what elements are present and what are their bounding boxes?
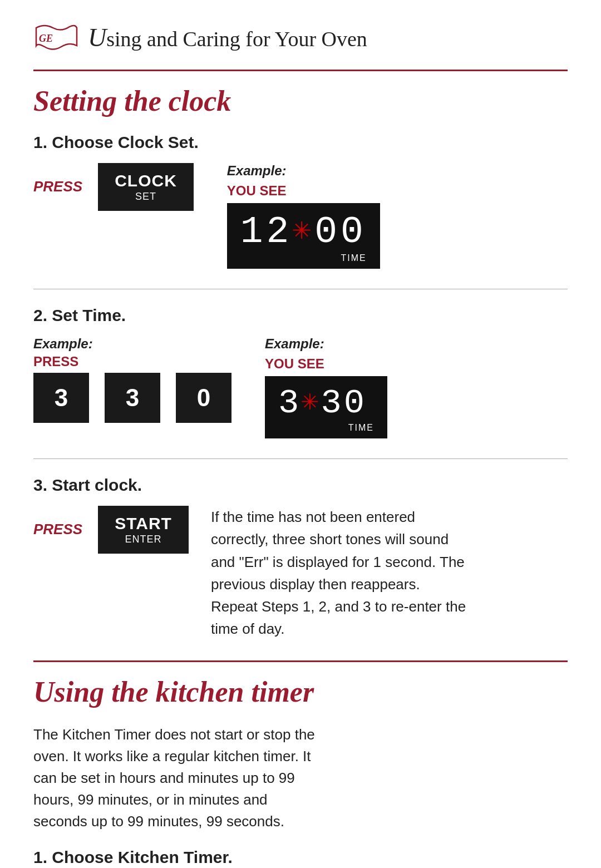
divider1 (33, 289, 568, 289)
number-0-button[interactable]: 0 (176, 373, 231, 423)
step2-you-see: YOU SEE (265, 356, 387, 372)
step1-press-row: PRESS CLOCK SET (33, 163, 194, 211)
step2-lcd: 3✳30 TIME (265, 376, 387, 438)
header-title: Using and Caring for Your Oven (88, 23, 367, 52)
section2-divider (33, 660, 568, 662)
step1-you-see: YOU SEE (227, 183, 380, 199)
step1-press-area: PRESS CLOCK SET (33, 163, 194, 216)
step1-block: 1. Choose Clock Set. PRESS CLOCK SET Exa… (33, 133, 568, 269)
step3-press-area: PRESS START ENTER (33, 506, 189, 559)
step1-content: PRESS CLOCK SET Example: YOU SEE 12✳00 T… (33, 163, 568, 269)
section2-title: Using the kitchen timer (33, 675, 568, 708)
step2-press-label: PRESS (33, 354, 231, 369)
brand-logo: GE (33, 22, 78, 53)
step2-press-area: Example: PRESS 3 3 0 (33, 336, 231, 428)
kitchen-step1-block: 1. Choose Kitchen Timer. PRESS once to c… (33, 848, 568, 868)
section1-title: Setting the clock (33, 85, 568, 117)
step1-press-label: PRESS (33, 178, 82, 195)
step3-content: PRESS START ENTER If the time has not be… (33, 506, 568, 640)
step2-example: Example: YOU SEE 3✳30 TIME (265, 336, 387, 438)
step2-display-text: 3✳30 (278, 383, 367, 423)
step1-example: Example: YOU SEE 12✳00 TIME (227, 163, 380, 269)
step3-heading: 3. Start clock. (33, 476, 568, 495)
top-divider (33, 70, 568, 71)
step1-display-text: 12✳00 (240, 210, 367, 253)
step2-display-label: TIME (278, 423, 374, 433)
step2-example-press: Example: (33, 336, 231, 352)
step1-example-label: Example: (227, 163, 380, 179)
svg-text:GE: GE (39, 33, 53, 44)
start-enter-button[interactable]: START ENTER (98, 506, 189, 554)
step1-heading: 1. Choose Clock Set. (33, 133, 568, 152)
step2-content: Example: PRESS 3 3 0 Example: YOU SEE 3✳… (33, 336, 568, 438)
kitchen-step1-heading: 1. Choose Kitchen Timer. (33, 848, 568, 867)
page-header: GE Using and Caring for Your Oven (33, 22, 568, 53)
step1-lcd: 12✳00 TIME (227, 203, 380, 269)
step2-heading: 2. Set Time. (33, 306, 568, 325)
number-3-button-1[interactable]: 3 (33, 373, 89, 423)
step3-block: 3. Start clock. PRESS START ENTER If the… (33, 476, 568, 640)
step1-display-label: TIME (240, 253, 367, 263)
divider2 (33, 458, 568, 459)
step2-block: 2. Set Time. Example: PRESS 3 3 0 Exampl… (33, 306, 568, 438)
number-3-button-2[interactable]: 3 (105, 373, 160, 423)
step2-buttons-row: 3 3 0 (33, 373, 231, 423)
step3-press-row: PRESS START ENTER (33, 506, 189, 554)
step3-info-text: If the time has not been entered correct… (211, 506, 467, 640)
clock-set-button[interactable]: CLOCK SET (98, 163, 194, 211)
step2-example-see: Example: (265, 336, 387, 352)
step3-press-label: PRESS (33, 521, 82, 538)
kitchen-timer-description: The Kitchen Timer does not start or stop… (33, 724, 323, 832)
